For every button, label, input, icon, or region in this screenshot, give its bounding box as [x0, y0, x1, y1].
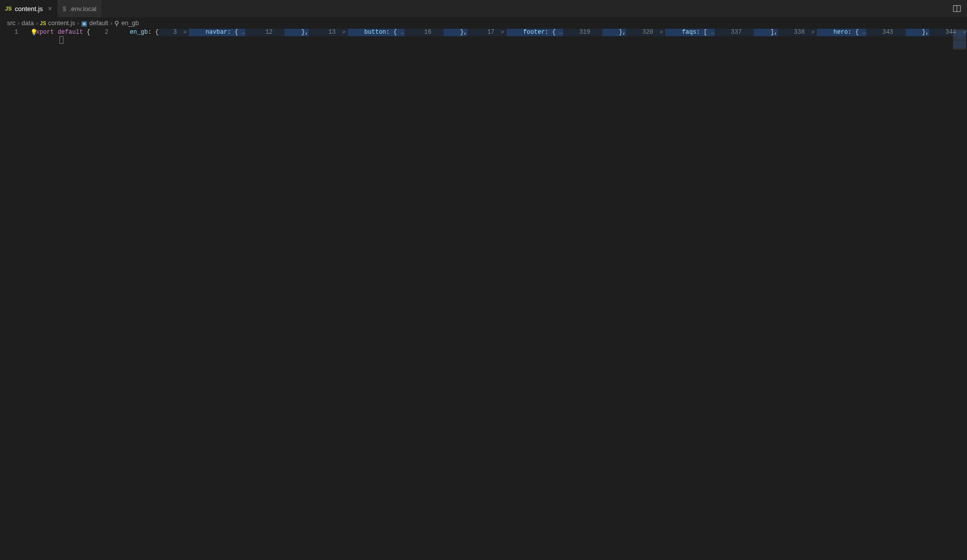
- line-number: 1: [0, 29, 22, 36]
- tab-label: content.js: [15, 5, 43, 13]
- code-content[interactable]: faqs: [ …: [665, 29, 715, 36]
- minimap[interactable]: [952, 29, 967, 54]
- fold-toggle: [746, 29, 754, 36]
- code-content[interactable]: hero: { …: [817, 29, 866, 36]
- breadcrumb-symbol[interactable]: en_gb: [121, 20, 139, 27]
- fold-toggle: [277, 29, 285, 36]
- fold-toggle: [112, 29, 120, 36]
- code-line[interactable]: 1export default {: [0, 29, 90, 36]
- fold-toggle[interactable]: >: [809, 29, 817, 36]
- js-file-icon: JS: [40, 21, 46, 26]
- code-content[interactable]: },: [444, 29, 467, 36]
- tab-content-js[interactable]: JS content.js ×: [0, 0, 57, 17]
- tab-label: .env.local: [70, 5, 97, 13]
- code-content[interactable]: button: { …: [348, 29, 404, 36]
- line-number: 3: [159, 29, 181, 36]
- lightbulb-icon[interactable]: 💡: [30, 29, 38, 36]
- env-file-icon: $: [62, 5, 66, 13]
- breadcrumb-data[interactable]: data: [22, 20, 34, 27]
- line-number: 338: [787, 29, 809, 36]
- code-line[interactable]: 17> footer: { …: [476, 29, 572, 36]
- fold-toggle: [897, 29, 906, 36]
- breadcrumb[interactable]: src › data › JS content.js › ▣ default ›…: [0, 18, 967, 29]
- code-line[interactable]: 337 ],: [724, 29, 787, 36]
- code-line[interactable]: 2 en_gb: {: [90, 29, 159, 36]
- line-number: 343: [875, 29, 897, 36]
- code-line[interactable]: 12 },: [254, 29, 317, 36]
- fold-toggle: [22, 29, 30, 36]
- line-number: 319: [572, 29, 594, 36]
- tab-actions: [947, 0, 967, 17]
- code-line[interactable]: 16 },: [413, 29, 476, 36]
- split-editor-icon[interactable]: [953, 5, 961, 13]
- tab-bar: JS content.js × $ .env.local: [0, 0, 967, 18]
- code-content[interactable]: footer: { …: [507, 29, 563, 36]
- fold-toggle[interactable]: >: [657, 29, 665, 36]
- symbol-icon: ⚲: [114, 20, 119, 27]
- code-editor[interactable]: 💡 1export default {2 en_gb: {3> navbar: …: [0, 29, 967, 36]
- code-line[interactable]: 3> navbar: { …: [159, 29, 254, 36]
- fold-toggle: [436, 29, 444, 36]
- code-content[interactable]: export default {: [30, 29, 90, 36]
- symbol-icon: ▣: [81, 20, 87, 27]
- code-line[interactable]: 338> hero: { …: [787, 29, 875, 36]
- line-number: 13: [318, 29, 340, 36]
- code-content[interactable]: navbar: { …: [189, 29, 245, 36]
- js-file-icon: JS: [5, 6, 12, 12]
- code-content[interactable]: },: [906, 29, 929, 36]
- breadcrumb-file[interactable]: content.js: [48, 20, 76, 27]
- chevron-right-icon: ›: [77, 20, 79, 27]
- code-line[interactable]: 320> faqs: [ …: [635, 29, 724, 36]
- fold-toggle: [594, 29, 602, 36]
- fold-toggle[interactable]: >: [499, 29, 507, 36]
- close-icon[interactable]: ×: [46, 5, 52, 13]
- code-content[interactable]: },: [602, 29, 626, 36]
- chevron-right-icon: ›: [18, 20, 20, 27]
- code-line[interactable]: 343 },: [875, 29, 938, 36]
- line-number: 337: [724, 29, 746, 36]
- code-line[interactable]: 319 },: [572, 29, 635, 36]
- line-number: 2: [90, 29, 112, 36]
- code-content[interactable]: },: [285, 29, 308, 36]
- chevron-right-icon: ›: [110, 20, 112, 27]
- tab-env-local[interactable]: $ .env.local: [57, 0, 102, 17]
- line-number: 16: [413, 29, 436, 36]
- breadcrumb-src[interactable]: src: [7, 20, 16, 27]
- code-content[interactable]: ],: [754, 29, 778, 36]
- code-content[interactable]: en_gb: {: [120, 29, 159, 36]
- fold-toggle[interactable]: >: [181, 29, 189, 36]
- line-number: 17: [476, 29, 499, 36]
- code-line[interactable]: 13> button: { …: [318, 29, 413, 36]
- chevron-right-icon: ›: [36, 20, 38, 27]
- fold-toggle[interactable]: >: [340, 29, 348, 36]
- breadcrumb-symbol[interactable]: default: [89, 20, 108, 27]
- line-number: 320: [635, 29, 657, 36]
- line-number: 12: [254, 29, 277, 36]
